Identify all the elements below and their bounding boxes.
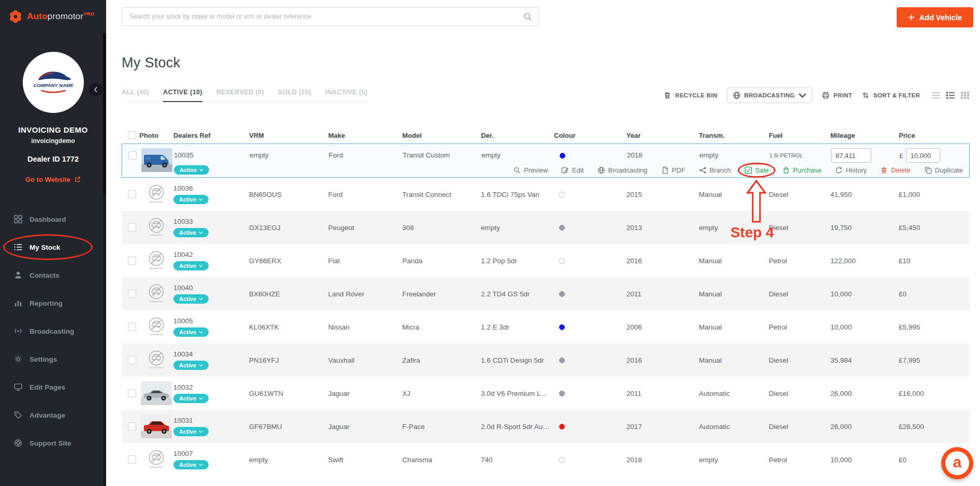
brand-logo[interactable]: AutopromotorPRO — [0, 0, 106, 33]
vehicle-photo — [139, 249, 173, 273]
stock-row[interactable]: 10035ActiveemptyFordTransit Customempty2… — [122, 144, 970, 178]
price-input[interactable] — [906, 148, 940, 163]
der-value: 740 — [481, 456, 554, 464]
action-edit-button[interactable]: Edit — [561, 166, 583, 174]
tab-inactive[interactable]: INACTIVE (5) — [325, 89, 368, 96]
action-sale-button[interactable]: SaleStep 4 — [744, 166, 769, 174]
col-make: Make — [328, 132, 402, 139]
action-pdf-button[interactable]: PDF — [661, 166, 685, 174]
view-lines-icon[interactable] — [931, 92, 941, 99]
tab-sold[interactable]: SOLD (25) — [278, 89, 311, 96]
row-checkbox[interactable] — [128, 389, 136, 397]
sidebar-item-dashboard[interactable]: Dashboard — [0, 205, 106, 233]
tab-active[interactable]: ACTIVE (10) — [163, 89, 202, 96]
transmission-value: empty — [693, 224, 763, 232]
status-badge[interactable]: Active — [173, 460, 209, 469]
row-checkbox[interactable] — [128, 223, 136, 232]
autopromotor-icon: a — [945, 451, 969, 475]
colour-dot — [560, 153, 565, 159]
status-badge[interactable]: Active — [173, 427, 209, 436]
action-branch-button[interactable]: Branch — [699, 166, 731, 174]
sort-filter-button[interactable]: SORT & FILTER — [861, 91, 920, 99]
sidebar-item-reporting[interactable]: Reporting — [0, 289, 106, 317]
status-badge[interactable]: Active — [173, 361, 209, 370]
der-value: empty — [481, 224, 554, 232]
chat-fab-button[interactable]: a — [941, 447, 973, 479]
row-checkbox[interactable] — [128, 151, 137, 160]
der-value: 2.2 TD4 GS 5dr — [481, 290, 554, 298]
row-checkbox[interactable] — [128, 256, 136, 265]
action-purchase-button[interactable]: Purchase — [782, 166, 822, 174]
sidebar-item-contacts[interactable]: Contacts — [0, 261, 106, 289]
stock-row[interactable]: 10033ActiveGX13EGJPeugeot308empty2013emp… — [122, 211, 970, 244]
status-badge[interactable]: Active — [174, 165, 209, 175]
tab-reserved[interactable]: RESERVED (0) — [216, 89, 264, 96]
action-duplicate-button[interactable]: Duplicate — [924, 166, 963, 174]
broadcast-icon — [13, 326, 23, 336]
sidebar-item-settings[interactable]: Settings — [0, 345, 106, 373]
stock-list-icon — [13, 242, 23, 252]
stock-row[interactable]: 10005ActiveKL06XTKNissanMicra1.2 E 3dr20… — [122, 310, 970, 344]
add-vehicle-button[interactable]: Add Vehicle — [897, 7, 973, 27]
edit-icon — [561, 166, 569, 174]
row-checkbox[interactable] — [128, 290, 136, 298]
stock-row[interactable]: 10036ActiveBN65OUSFordTransit Connect1.6… — [122, 178, 970, 211]
duplicate-icon — [924, 166, 932, 174]
stock-row[interactable]: 10031ActiveGF67BMUJaguarF-Pace2.0d R-Spo… — [122, 410, 970, 443]
view-grid-icon[interactable] — [960, 92, 970, 99]
status-badge[interactable]: Active — [173, 294, 209, 304]
tab-all[interactable]: ALL (40) — [122, 89, 149, 96]
year-value: 2016 — [623, 257, 693, 265]
dealers-ref-value: 10035 — [174, 148, 245, 163]
broadcasting-dropdown[interactable]: BROADCASTING — [727, 88, 813, 103]
action-delete-button[interactable]: Delete — [880, 166, 911, 174]
vehicle-photo — [139, 315, 173, 339]
model-value: F-Pace — [402, 423, 481, 431]
row-checkbox[interactable] — [128, 356, 136, 364]
chevron-down-icon — [199, 430, 203, 433]
action-preview-button[interactable]: Preview — [513, 166, 548, 174]
stock-row[interactable]: 10040ActiveBX60HZELand RoverFreelander2.… — [122, 277, 970, 310]
sidebar-item-my-stock[interactable]: My Stock — [0, 233, 106, 261]
row-checkbox[interactable] — [128, 422, 136, 431]
row-checkbox[interactable] — [128, 455, 136, 464]
recycle-bin-button[interactable]: RECYCLE BIN — [663, 91, 717, 99]
mileage-cell: 35,984 — [825, 356, 892, 364]
view-list-icon[interactable] — [946, 92, 955, 99]
sidebar-item-support-site[interactable]: Support Site — [0, 429, 106, 457]
mileage-input[interactable] — [831, 148, 871, 163]
sidebar-collapse-button[interactable] — [89, 83, 103, 96]
no-image-placeholder — [141, 315, 172, 339]
action-broadcasting-button[interactable]: Broadcasting — [597, 166, 648, 174]
dealers-ref-value: 10040 — [173, 284, 245, 292]
stock-row[interactable]: 10032ActiveGU61WTNJaguarXJ3.0d V6 Premiu… — [122, 377, 970, 410]
row-checkbox[interactable] — [128, 190, 136, 198]
status-badge[interactable]: Active — [173, 394, 209, 403]
transmission-value: Automatic — [693, 390, 763, 397]
external-link-icon — [74, 176, 81, 183]
price-cell: £5,995 — [892, 323, 970, 331]
go-to-website-link[interactable]: Go to Website — [0, 176, 106, 183]
sidebar-item-broadcasting[interactable]: Broadcasting — [0, 317, 106, 345]
fuel-value: Diesel — [763, 290, 825, 298]
stock-row[interactable]: 10034ActivePN16YFJVauxhallZafira1.6 CDTi… — [122, 344, 970, 377]
search-input[interactable] — [122, 7, 538, 26]
status-badge[interactable]: Active — [173, 261, 209, 270]
status-badge[interactable]: Active — [173, 327, 209, 337]
select-all-checkbox[interactable] — [128, 131, 136, 139]
action-history-button[interactable]: History — [835, 166, 867, 174]
sale-check-icon — [744, 166, 752, 174]
status-badge[interactable]: Active — [173, 228, 209, 237]
col-photo: Photo — [139, 132, 173, 139]
row-checkbox[interactable] — [128, 323, 136, 331]
year-value: 2013 — [623, 224, 693, 232]
stock-row[interactable]: 10042ActiveGY66ERXFiatPanda1.2 Pop 5dr20… — [122, 244, 970, 277]
sidebar-item-edit-pages[interactable]: Edit Pages — [0, 373, 106, 401]
fuel-value: Diesel — [763, 423, 825, 431]
sidebar-item-advantage[interactable]: Advantage — [0, 401, 106, 429]
print-button[interactable]: PRINT — [822, 91, 852, 99]
model-value: Micra — [402, 323, 481, 331]
search-icon[interactable] — [523, 12, 532, 21]
status-badge[interactable]: Active — [173, 195, 209, 204]
stock-row[interactable]: 10007ActiveemptySwiftCharisma7402018empt… — [122, 443, 970, 476]
